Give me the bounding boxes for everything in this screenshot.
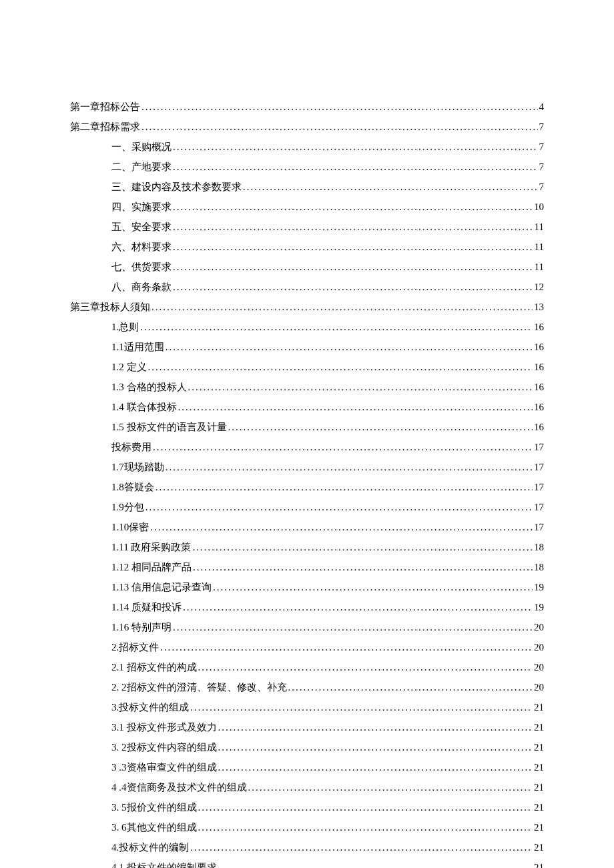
- toc-entry: 第三章投标人须知13: [70, 297, 544, 317]
- toc-list: 第一章招标公告4第二章招标需求7一、采购概况 7二、产地要求 7三、建设内容及技…: [70, 97, 544, 868]
- toc-leader-dots: [173, 197, 533, 217]
- toc-entry: 第二章招标需求7: [70, 117, 544, 137]
- toc-label: 2. 2招标文件的澄清、答疑、修改、补充: [111, 677, 287, 697]
- toc-page-number: 19: [534, 597, 544, 617]
- toc-page-number: 16: [534, 417, 544, 437]
- toc-page-number: 21: [534, 697, 544, 717]
- toc-entry: 1.1适用范围 16: [111, 337, 544, 357]
- toc-page-number: 13: [534, 297, 544, 317]
- toc-leader-dots: [140, 317, 533, 337]
- toc-label: 2.招标文件: [111, 637, 159, 657]
- toc-leader-dots: [150, 517, 533, 537]
- toc-label: 1.16 特别声明: [111, 617, 172, 637]
- toc-page-number: 16: [534, 337, 544, 357]
- toc-leader-dots: [198, 797, 533, 817]
- toc-page-number: 21: [534, 837, 544, 857]
- toc-page-number: 12: [534, 277, 544, 297]
- toc-entry: 3.1 投标文件形式及效力21: [111, 717, 544, 737]
- toc-page-number: 7: [539, 137, 545, 157]
- toc-label: 1.1适用范围: [111, 337, 164, 357]
- toc-label: 七、供货要求: [111, 257, 172, 277]
- toc-page-number: 16: [534, 317, 544, 337]
- toc-label: 第一章招标公告: [70, 97, 140, 117]
- toc-entry: 3. 2投标文件内容的组成21: [111, 737, 544, 757]
- toc-label: 三、建设内容及技术参数要求: [111, 177, 242, 197]
- toc-page: 第一章招标公告4第二章招标需求7一、采购概况 7二、产地要求 7三、建设内容及技…: [0, 0, 614, 868]
- toc-label: 六、材料要求: [111, 237, 172, 257]
- toc-leader-dots: [173, 617, 533, 637]
- toc-entry: 2.1 招标文件的构成20: [111, 657, 544, 677]
- toc-page-number: 7: [539, 117, 545, 137]
- toc-label: 投标费用: [111, 437, 151, 457]
- toc-leader-dots: [160, 637, 533, 657]
- toc-leader-dots: [173, 277, 533, 297]
- toc-label: 1.3 合格的投标人: [111, 377, 187, 397]
- toc-page-number: 10: [534, 197, 544, 217]
- toc-label: 3.投标文件的组成: [111, 697, 189, 717]
- toc-label: 1.12 相同品牌产品: [111, 557, 192, 577]
- toc-leader-dots: [153, 437, 533, 457]
- toc-entry: 四、实施要求 10: [111, 197, 544, 217]
- toc-page-number: 20: [534, 677, 544, 697]
- toc-leader-dots: [190, 697, 533, 717]
- toc-leader-dots: [166, 457, 533, 477]
- toc-label: 1.4 联合体投标: [111, 397, 177, 417]
- toc-leader-dots: [243, 177, 538, 197]
- toc-entry: 投标费用 17: [111, 437, 544, 457]
- toc-label: 八、商务条款: [111, 277, 172, 297]
- toc-page-number: 17: [534, 497, 544, 517]
- toc-entry: 1.3 合格的投标人16: [111, 377, 544, 397]
- toc-label: 3.1 投标文件形式及效力: [111, 717, 217, 737]
- toc-entry: 4 .4资信商务及技术文件的组成 21: [111, 777, 544, 797]
- toc-leader-dots: [198, 657, 533, 677]
- toc-leader-dots: [173, 217, 533, 237]
- toc-label: 第三章投标人须知: [70, 297, 150, 317]
- toc-entry: 一、采购概况 7: [111, 137, 544, 157]
- toc-entry: 1.9分包 17: [111, 497, 544, 517]
- toc-leader-dots: [248, 777, 533, 797]
- toc-label: 1.总则: [111, 317, 139, 337]
- toc-page-number: 20: [534, 617, 544, 637]
- toc-leader-dots: [288, 677, 533, 697]
- toc-label: 二、产地要求: [111, 157, 172, 177]
- toc-page-number: 20: [534, 637, 544, 657]
- toc-label: 3. 6其他文件的组成: [111, 817, 197, 837]
- toc-leader-dots: [188, 377, 533, 397]
- toc-page-number: 21: [534, 817, 544, 837]
- toc-label: 1.11 政府采购政策: [111, 537, 191, 557]
- toc-leader-dots: [156, 477, 533, 497]
- toc-page-number: 17: [534, 517, 544, 537]
- toc-page-number: 18: [534, 537, 544, 557]
- toc-label: 四、实施要求: [111, 197, 172, 217]
- toc-label: 五、安全要求: [111, 217, 172, 237]
- toc-entry: 三、建设内容及技术参数要求 7: [111, 177, 544, 197]
- toc-page-number: 20: [534, 657, 544, 677]
- toc-leader-dots: [198, 817, 533, 837]
- toc-leader-dots: [178, 397, 533, 417]
- toc-page-number: 11: [535, 257, 544, 277]
- toc-page-number: 16: [534, 377, 544, 397]
- toc-page-number: 11: [535, 237, 544, 257]
- toc-page-number: 7: [539, 177, 545, 197]
- toc-page-number: 7: [539, 157, 545, 177]
- toc-entry: 六、材料要求 11: [111, 237, 544, 257]
- toc-label: 一、采购概况: [111, 137, 172, 157]
- toc-leader-dots: [148, 357, 533, 377]
- toc-leader-dots: [218, 717, 533, 737]
- toc-entry: 1.8答疑会 17: [111, 477, 544, 497]
- toc-page-number: 21: [534, 797, 544, 817]
- toc-page-number: 21: [534, 717, 544, 737]
- toc-entry: 1.7现场踏勘 17: [111, 457, 544, 477]
- toc-label: 1.9分包: [111, 497, 144, 517]
- toc-leader-dots: [173, 237, 533, 257]
- toc-entry: 第一章招标公告4: [70, 97, 544, 117]
- toc-page-number: 21: [534, 757, 544, 777]
- toc-entry: 1.10保密 17: [111, 517, 544, 537]
- toc-leader-dots: [173, 137, 538, 157]
- toc-entry: 1.11 政府采购政策18: [111, 537, 544, 557]
- toc-label: 3 .3资格审查文件的组成: [111, 757, 217, 777]
- toc-leader-dots: [218, 757, 533, 777]
- toc-label: 3. 5报价文件的组成: [111, 797, 197, 817]
- toc-entry: 八、商务条款 12: [111, 277, 544, 297]
- toc-leader-dots: [173, 257, 533, 277]
